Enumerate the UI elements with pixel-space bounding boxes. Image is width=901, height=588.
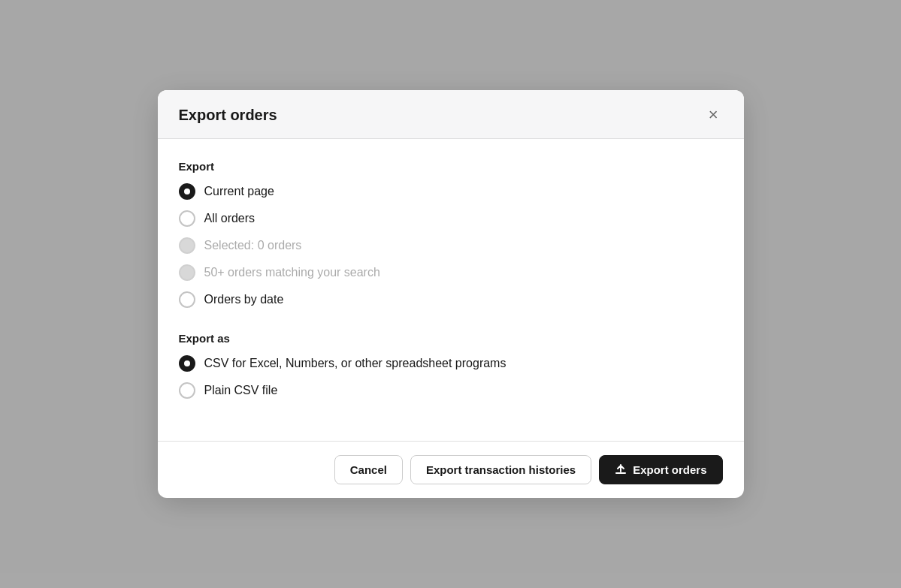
export-icon [615, 464, 627, 476]
radio-all-orders-indicator [179, 210, 195, 227]
export-transaction-histories-button[interactable]: Export transaction histories [410, 455, 591, 484]
radio-csv-excel-indicator [179, 355, 195, 372]
export-orders-label: Export orders [633, 463, 706, 476]
radio-item-search-orders: 50+ orders matching your search [179, 264, 723, 281]
export-orders-button[interactable]: Export orders [599, 455, 722, 484]
export-orders-modal: Export orders × Export Current page All [158, 90, 744, 498]
export-as-radio-group: CSV for Excel, Numbers, or other spreads… [179, 355, 723, 399]
export-radio-group: Current page All orders Selected: 0 orde… [179, 183, 723, 308]
modal-body: Export Current page All orders [158, 139, 744, 441]
cancel-button[interactable]: Cancel [334, 455, 403, 484]
radio-all-orders-label: All orders [204, 212, 255, 225]
radio-search-orders-label: 50+ orders matching your search [204, 266, 380, 279]
radio-csv-excel-label: CSV for Excel, Numbers, or other spreads… [204, 357, 506, 370]
radio-item-selected-orders: Selected: 0 orders [179, 237, 723, 254]
radio-plain-csv-indicator [179, 382, 195, 399]
radio-orders-by-date-indicator [179, 291, 195, 308]
export-as-section-label: Export as [179, 332, 723, 345]
modal-footer: Cancel Export transaction histories Expo… [158, 441, 744, 498]
radio-item-plain-csv[interactable]: Plain CSV file [179, 382, 723, 399]
export-section: Export Current page All orders [179, 160, 723, 308]
radio-item-all-orders[interactable]: All orders [179, 210, 723, 227]
radio-search-orders-indicator [179, 264, 195, 281]
modal-overlay: Export orders × Export Current page All [0, 0, 901, 588]
modal-title: Export orders [179, 107, 277, 124]
modal-header: Export orders × [158, 90, 744, 139]
radio-selected-orders-indicator [179, 237, 195, 254]
radio-current-page-indicator [179, 183, 195, 200]
export-section-label: Export [179, 160, 723, 173]
radio-current-page-label: Current page [204, 185, 274, 198]
radio-selected-orders-label: Selected: 0 orders [204, 239, 302, 252]
radio-item-orders-by-date[interactable]: Orders by date [179, 291, 723, 308]
radio-plain-csv-label: Plain CSV file [204, 384, 278, 397]
radio-orders-by-date-label: Orders by date [204, 293, 284, 306]
radio-item-csv-excel[interactable]: CSV for Excel, Numbers, or other spreads… [179, 355, 723, 372]
radio-item-current-page[interactable]: Current page [179, 183, 723, 200]
close-button[interactable]: × [704, 105, 723, 125]
export-as-section: Export as CSV for Excel, Numbers, or oth… [179, 332, 723, 399]
